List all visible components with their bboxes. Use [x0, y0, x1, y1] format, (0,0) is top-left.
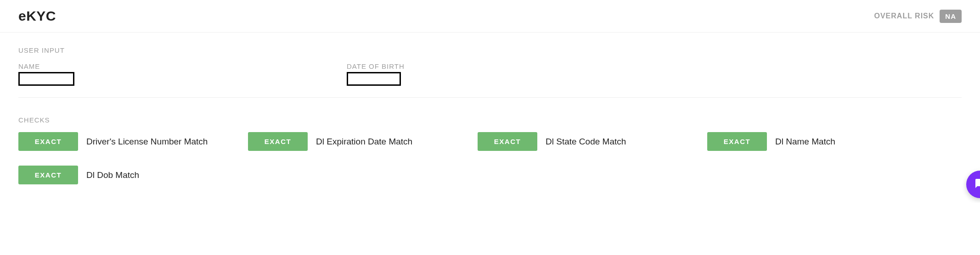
risk-badge: NA [940, 10, 962, 23]
field-dob-value-redacted [347, 72, 401, 86]
check-dl-name: EXACT Dl Name Match [707, 132, 937, 151]
content: USER INPUT NAME DATE OF BIRTH CHECKS EXA… [0, 33, 980, 203]
risk-label: OVERALL RISK [874, 12, 935, 20]
user-input-section-title: USER INPUT [18, 46, 962, 54]
status-badge-exact: EXACT [18, 166, 78, 184]
check-label: Driver's License Number Match [86, 137, 208, 147]
checks-section-title: CHECKS [18, 116, 962, 124]
check-label: Dl Name Match [775, 137, 835, 147]
checks-grid: EXACT Driver's License Number Match EXAC… [18, 132, 962, 184]
check-dl-dob: EXACT Dl Dob Match [18, 166, 248, 184]
page-title: eKYC [18, 8, 56, 24]
check-dl-state: EXACT Dl State Code Match [478, 132, 707, 151]
status-badge-exact: EXACT [18, 132, 78, 151]
check-label: Dl Dob Match [86, 170, 139, 180]
status-badge-exact: EXACT [248, 132, 308, 151]
field-dob: DATE OF BIRTH [347, 62, 405, 86]
check-label: Dl Expiration Date Match [316, 137, 412, 147]
field-name-label: NAME [18, 62, 347, 70]
check-dl-number: EXACT Driver's License Number Match [18, 132, 248, 151]
status-badge-exact: EXACT [707, 132, 767, 151]
check-label: Dl State Code Match [546, 137, 626, 147]
header: eKYC OVERALL RISK NA [0, 0, 980, 33]
chat-icon [974, 178, 980, 191]
field-name: NAME [18, 62, 347, 86]
field-name-value-redacted [18, 72, 74, 86]
field-dob-label: DATE OF BIRTH [347, 62, 405, 70]
check-dl-expiration: EXACT Dl Expiration Date Match [248, 132, 478, 151]
overall-risk: OVERALL RISK NA [874, 10, 962, 23]
user-input-row: NAME DATE OF BIRTH [18, 62, 962, 98]
status-badge-exact: EXACT [478, 132, 537, 151]
